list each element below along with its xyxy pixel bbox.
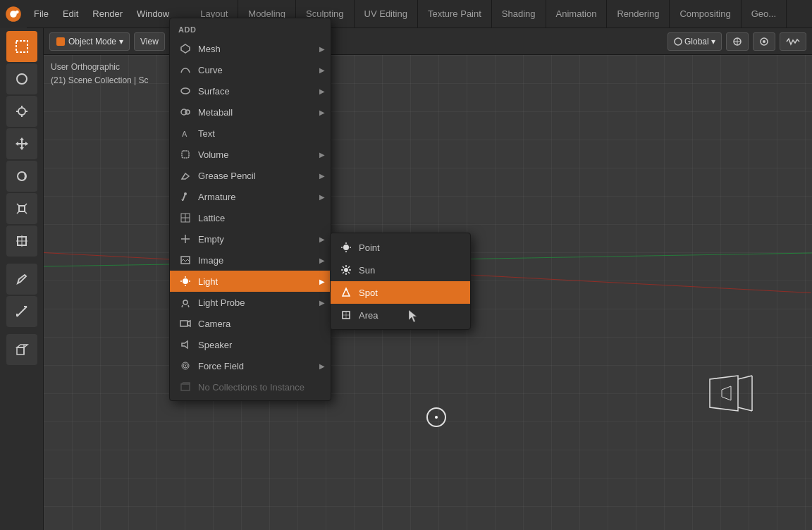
submenu-area[interactable]: Area xyxy=(331,304,470,326)
view-menu[interactable]: View xyxy=(134,32,165,51)
svg-marker-43 xyxy=(722,386,731,400)
menu-item-armature[interactable]: Armature ▶ xyxy=(170,186,331,207)
menu-item-surface[interactable]: Surface ▶ xyxy=(170,80,331,101)
svg-rect-32 xyxy=(56,37,65,46)
svg-point-64 xyxy=(183,300,187,304)
menu-item-curve-label: Curve xyxy=(198,65,223,75)
armature-icon xyxy=(178,190,192,204)
svg-point-72 xyxy=(343,245,349,250)
menu-item-mesh[interactable]: Mesh ▶ xyxy=(170,38,331,59)
add-cube-tool[interactable] xyxy=(6,334,37,365)
camera-icon xyxy=(178,316,192,331)
menu-item-image[interactable]: Image ▶ xyxy=(170,249,331,271)
top-menu: File Edit Render Window xyxy=(27,0,176,27)
light-probe-icon xyxy=(178,295,192,309)
blender-logo[interactable] xyxy=(0,0,27,28)
metaball-icon xyxy=(178,105,192,119)
svg-point-33 xyxy=(675,38,682,45)
menu-item-volume[interactable]: Volume ▶ xyxy=(170,144,331,165)
mode-icon xyxy=(56,37,66,47)
menu-item-light-probe[interactable]: Light Probe ▶ xyxy=(170,292,331,313)
svg-point-4 xyxy=(17,74,27,84)
submenu-spot[interactable]: Spot xyxy=(331,281,470,304)
scale-tool[interactable] xyxy=(6,193,37,224)
menu-item-curve[interactable]: Curve ▶ xyxy=(170,59,331,80)
add-menu: Add Mesh ▶ Curve ▶ Surface ▶ Metaball ▶ … xyxy=(169,18,331,401)
svg-point-70 xyxy=(185,365,186,366)
menu-item-grease-pencil[interactable]: Grease Pencil ▶ xyxy=(170,165,331,186)
menu-item-speaker-label: Speaker xyxy=(198,340,232,350)
svg-line-21 xyxy=(25,211,27,214)
tab-uv-editing[interactable]: UV Editing xyxy=(355,0,418,27)
tab-texture-paint[interactable]: Texture Paint xyxy=(418,0,492,27)
empty-arrow: ▶ xyxy=(319,235,325,243)
area-label: Area xyxy=(359,310,378,321)
grease-pencil-arrow: ▶ xyxy=(319,172,325,180)
cursor-tool[interactable] xyxy=(6,96,37,127)
rotate-tool[interactable] xyxy=(6,161,37,192)
menu-item-light-probe-label: Light Probe xyxy=(198,297,245,308)
snap-btn[interactable] xyxy=(726,32,749,51)
menu-item-camera[interactable]: Camera xyxy=(170,313,331,334)
select-circle-tool[interactable] xyxy=(6,63,37,94)
svg-line-40 xyxy=(738,376,752,379)
menu-item-force-field[interactable]: Force Field ▶ xyxy=(170,355,331,376)
select-box-tool[interactable] xyxy=(6,31,37,62)
svg-point-45 xyxy=(181,88,190,94)
annotate-tool[interactable] xyxy=(6,264,37,295)
spot-label: Spot xyxy=(359,288,378,298)
menu-item-image-label: Image xyxy=(198,255,223,266)
tab-shading[interactable]: Shading xyxy=(492,0,546,27)
transform-tool[interactable] xyxy=(6,226,37,257)
svg-marker-44 xyxy=(181,44,190,53)
tab-geo[interactable]: Geo... xyxy=(742,0,787,27)
menu-item-light[interactable]: Light ▶ xyxy=(170,271,331,292)
viewport-info: User Orthographic (21) Scene Collection … xyxy=(51,61,149,87)
menu-item-metaball[interactable]: Metaball ▶ xyxy=(170,101,331,123)
volume-icon xyxy=(178,147,192,161)
menu-item-speaker[interactable]: Speaker xyxy=(170,334,331,355)
camera-object xyxy=(706,372,756,414)
menu-edit[interactable]: Edit xyxy=(56,0,85,27)
svg-rect-3 xyxy=(16,41,27,52)
surface-arrow: ▶ xyxy=(319,87,325,95)
submenu-sun[interactable]: Sun xyxy=(331,259,470,281)
proportional-icon xyxy=(759,37,769,47)
submenu-point[interactable]: Point xyxy=(331,236,470,259)
metaball-arrow: ▶ xyxy=(319,109,325,116)
menu-file[interactable]: File xyxy=(27,0,56,27)
proportional-btn[interactable] xyxy=(753,32,775,51)
tab-compositing[interactable]: Compositing xyxy=(670,0,741,27)
text-icon: A xyxy=(178,126,192,140)
snap-icon xyxy=(732,37,742,47)
tab-rendering[interactable]: Rendering xyxy=(607,0,670,27)
menu-render[interactable]: Render xyxy=(85,0,130,27)
tab-animation[interactable]: Animation xyxy=(546,0,608,27)
menu-item-light-label: Light xyxy=(198,276,218,287)
svg-point-5 xyxy=(18,108,25,115)
svg-rect-28 xyxy=(17,347,24,355)
measure-tool[interactable] xyxy=(6,296,37,327)
move-tool[interactable] xyxy=(6,128,37,159)
menu-item-lattice[interactable]: Lattice xyxy=(170,207,331,228)
menu-item-text[interactable]: A Text xyxy=(170,123,331,144)
waveform-btn[interactable] xyxy=(780,32,806,51)
point-label: Point xyxy=(359,242,380,253)
menu-item-volume-label: Volume xyxy=(198,149,228,160)
area-light-icon xyxy=(339,308,353,322)
menu-item-text-label: Text xyxy=(198,128,215,139)
curve-arrow: ▶ xyxy=(319,66,325,74)
menu-item-grease-pencil-label: Grease Pencil xyxy=(198,171,256,181)
top-bar: File Edit Render Window Layout Modeling … xyxy=(0,0,812,28)
menu-item-empty[interactable]: Empty ▶ xyxy=(170,228,331,249)
svg-point-47 xyxy=(185,110,190,114)
svg-line-85 xyxy=(348,266,350,268)
svg-marker-15 xyxy=(25,142,28,146)
transform-global[interactable]: Global ▾ xyxy=(668,32,722,51)
header-bar: Object Mode ▾ View Global ▾ xyxy=(44,28,812,55)
svg-line-18 xyxy=(17,204,19,206)
mode-selector[interactable]: Object Mode ▾ xyxy=(49,32,130,51)
point-light-icon xyxy=(339,240,353,254)
svg-point-51 xyxy=(184,192,187,195)
volume-arrow: ▶ xyxy=(319,151,325,159)
